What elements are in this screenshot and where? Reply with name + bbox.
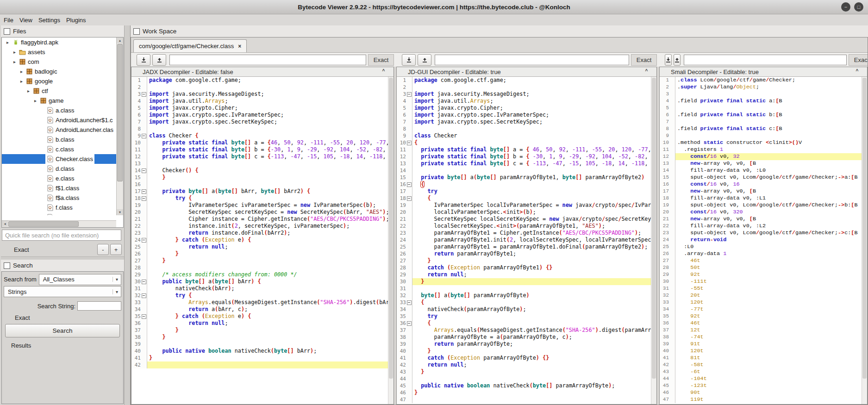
tree-item-androidlauncher-1-c[interactable]: AndroidLauncher$1.c [2, 115, 116, 125]
pane-exact-label[interactable]: Exact [631, 54, 657, 66]
fold-toggle-icon[interactable] [142, 278, 147, 285]
tree-item-androidlauncher-clas[interactable]: AndroidLauncher.clas [2, 125, 116, 135]
chevron-down-icon[interactable]: ▾ [112, 277, 121, 282]
menu-file[interactable]: File [4, 16, 18, 25]
collapse-pane-button[interactable]: ^ [854, 69, 861, 75]
fold-toggle-icon[interactable] [142, 91, 147, 98]
quick-file-search-input[interactable] [2, 230, 121, 241]
pane-exact-label[interactable]: Exact [368, 54, 394, 66]
scrollbar-thumb[interactable] [117, 44, 123, 181]
font-increase-button[interactable]: + [110, 244, 122, 255]
fold-toggle-icon[interactable] [407, 91, 412, 98]
tree-vertical-scrollbar[interactable]: ▴ ▾ [116, 37, 123, 215]
tree-item-g-class[interactable]: g.class [2, 212, 116, 215]
tab-close-icon[interactable]: × [238, 43, 241, 50]
expand-arrow-icon[interactable]: ▸ [12, 59, 18, 64]
tree-item-f-1-class[interactable]: f$1.class [2, 183, 116, 193]
pane-search-input[interactable] [169, 55, 366, 65]
tree-item-b-class[interactable]: b.class [2, 135, 116, 144]
tree-item-flaggybird-apk[interactable]: ▸flaggybird.apk [2, 37, 116, 47]
fold-toggle-icon[interactable] [142, 167, 147, 174]
code-line: 14 fill-array-data v0, :L0 [660, 167, 867, 174]
fold-toggle-icon[interactable] [407, 139, 412, 146]
search-button[interactable]: Search [5, 324, 120, 337]
search-exact-label[interactable]: Exact [15, 314, 30, 321]
code-editor[interactable]: 1package com.google.ctf.game;23import ja… [131, 77, 393, 404]
panel-detach-icon[interactable] [4, 28, 10, 35]
tree-item-com[interactable]: ▸com [2, 57, 116, 67]
tree-item-assets[interactable]: ▸assets [2, 47, 116, 57]
fold-toggle-icon[interactable] [142, 292, 147, 299]
search-string-input[interactable] [77, 301, 121, 311]
sidebar-splitter[interactable] [124, 25, 131, 405]
tree-item-e-class[interactable]: e.class [2, 174, 116, 183]
search-from-select[interactable]: All_Classes ▾ [39, 274, 121, 285]
open-file-button[interactable] [674, 54, 681, 66]
expand-arrow-icon[interactable]: ▸ [19, 79, 25, 84]
tree-item-badlogic[interactable]: ▸badlogic [2, 67, 116, 76]
fold-toggle-icon[interactable] [142, 237, 147, 243]
scroll-down-icon[interactable]: ▾ [117, 209, 123, 215]
scrollbar-thumb[interactable] [8, 221, 79, 227]
open-file-button[interactable] [418, 54, 431, 66]
line-number: 23 [397, 230, 407, 237]
font-decrease-button[interactable]: - [97, 244, 109, 255]
fold-toggle-icon[interactable] [142, 188, 147, 195]
chevron-down-icon[interactable]: ▾ [112, 289, 121, 294]
tree-horizontal-scrollbar[interactable]: ◂ [2, 220, 116, 227]
tree-item-f-class[interactable]: f.class [2, 203, 116, 212]
expand-arrow-icon[interactable]: ▸ [19, 69, 25, 74]
fold-toggle-icon[interactable] [142, 195, 147, 202]
tree-item-google[interactable]: ▸google [2, 76, 116, 86]
expand-arrow-icon[interactable]: ▸ [5, 40, 11, 45]
code-editor[interactable]: 1.class Lcom/google/ctf/game/Checker;2.s… [660, 77, 867, 404]
menu-settings[interactable]: Settings [38, 16, 64, 25]
tree-item-a-class[interactable]: a.class [2, 106, 116, 115]
fold-toggle-icon[interactable] [142, 132, 147, 139]
quick-search-exact-label[interactable]: Exact [14, 246, 97, 253]
scroll-up-icon[interactable]: ▴ [117, 37, 123, 44]
pane-vertical-scrollbar[interactable] [388, 77, 393, 404]
maximize-button[interactable]: □ [854, 2, 863, 12]
tree-item-d-class[interactable]: d.class [2, 164, 116, 174]
panel-detach-icon[interactable] [4, 262, 10, 269]
expand-arrow-icon[interactable]: ▸ [25, 88, 31, 93]
fold-toggle-icon[interactable] [142, 313, 147, 320]
fold-toggle-icon[interactable] [407, 320, 412, 327]
pane-vertical-scrollbar[interactable] [651, 77, 656, 404]
pane-search-input[interactable] [684, 55, 847, 65]
tree-item-ctf[interactable]: ▸ctf [2, 86, 116, 96]
tab-checker-class[interactable]: com/google/ctf/game/Checker.class × [133, 39, 247, 52]
save-file-button[interactable] [665, 54, 672, 66]
scrollbar-thumb[interactable] [652, 78, 656, 379]
scrollbar-thumb[interactable] [862, 78, 867, 379]
decompiler-toolbar: ExactExactExact [131, 53, 868, 67]
scrollbar-thumb[interactable] [389, 78, 393, 379]
pane-vertical-scrollbar[interactable] [862, 77, 867, 404]
menu-plugins[interactable]: Plugins [66, 16, 90, 25]
code-line: 1package com.google.ctf.game; [397, 77, 656, 84]
panel-detach-icon[interactable] [133, 28, 140, 35]
collapse-pane-button[interactable]: ^ [380, 69, 387, 75]
minimize-button[interactable]: − [841, 2, 850, 12]
search-type-select[interactable]: Strings ▾ [4, 286, 121, 297]
menu-view[interactable]: View [19, 16, 37, 25]
save-file-button[interactable] [137, 54, 150, 66]
fold-toggle-icon[interactable] [407, 299, 412, 306]
code-editor[interactable]: 1package com.google.ctf.game;23import ja… [397, 77, 656, 404]
collapse-pane-button[interactable]: ^ [643, 69, 650, 75]
scroll-left-icon[interactable]: ◂ [2, 221, 8, 227]
tree-item-c-class[interactable]: c.class [2, 144, 116, 154]
fold-toggle-icon[interactable] [407, 181, 412, 188]
tree-item-f-a-class[interactable]: f$a.class [2, 193, 116, 203]
line-number-gutter: 36 [660, 320, 675, 327]
tree-item-game[interactable]: ▸game [2, 96, 116, 106]
expand-arrow-icon[interactable]: ▸ [32, 98, 38, 103]
open-file-button[interactable] [152, 54, 166, 66]
fold-toggle-icon[interactable] [407, 195, 412, 202]
pane-search-input[interactable] [435, 55, 629, 65]
tree-item-checker-class[interactable]: Checker.class [2, 154, 116, 164]
pane-exact-label[interactable]: Exact [849, 54, 868, 66]
save-file-button[interactable] [402, 54, 416, 66]
expand-arrow-icon[interactable]: ▸ [12, 50, 18, 55]
